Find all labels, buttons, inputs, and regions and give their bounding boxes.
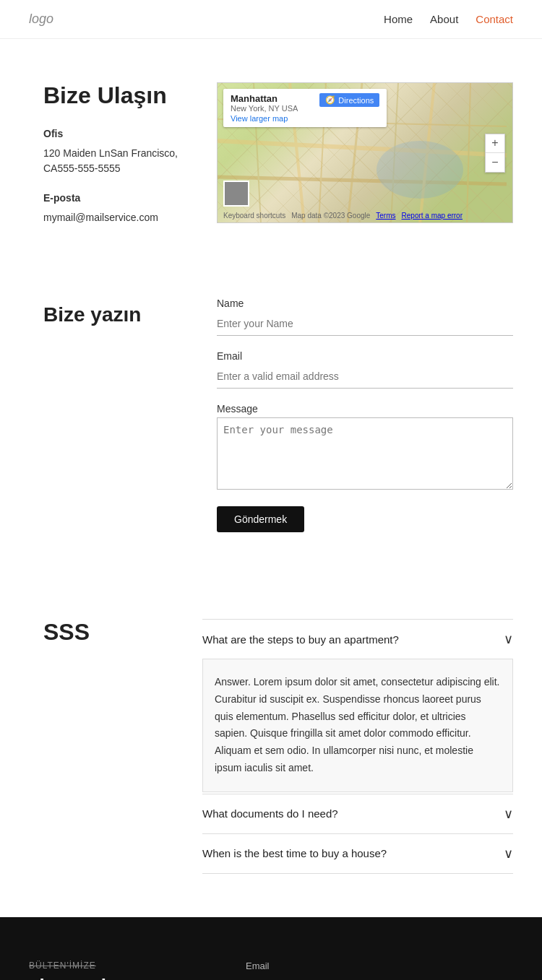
write-title: Bize yazın [43,298,188,532]
map-footer: Keyboard shortcuts Map data ©2023 Google… [218,212,512,220]
directions-label: Directions [338,96,374,105]
newsletter-text: BÜLTEN'İMİZE abone ol [29,961,188,980]
faq-section: SSS What are the steps to buy an apartme… [0,576,542,917]
nav-about[interactable]: About [430,13,458,25]
write-section: Bize yazın Name Email Message Göndermek [0,269,542,576]
svg-line-0 [218,141,507,155]
faq-chevron-3: ∨ [504,846,513,862]
faq-question-3-text: When is the best time to buy a house? [202,847,387,859]
newsletter-inner: BÜLTEN'İMİZE abone ol Email Göndermek [29,961,513,980]
map-report-link[interactable]: Report a map error [402,212,463,220]
submit-button[interactable]: Göndermek [217,506,304,532]
directions-icon: 🧭 [325,95,335,105]
map-state: New York, NY USA [231,104,298,113]
contact-info: Bize Ulaşın Ofis 120 Maiden LnSan Franci… [43,82,188,240]
newsletter-email-label: Email [246,961,513,971]
map-container: Manhattan New York, NY USA View larger m… [217,82,513,223]
nav-contact[interactable]: Contact [476,13,513,25]
office-address: 120 Maiden LnSan Francisco, CA555-555-55… [43,146,188,176]
main-nav: Home About Contact [384,13,513,25]
message-textarea[interactable] [217,417,513,490]
contact-form: Name Email Message Göndermek [217,298,513,532]
zoom-out-button[interactable]: − [486,153,504,172]
message-field-group: Message [217,403,513,492]
faq-question-2[interactable]: What documents do I need? ∨ [202,794,513,833]
zoom-in-button[interactable]: + [486,134,504,153]
email-label: E-posta [43,191,188,206]
name-label: Name [217,298,513,309]
email-input[interactable] [217,365,513,389]
contact-section: Bize Ulaşın Ofis 120 Maiden LnSan Franci… [0,39,542,269]
map-view-larger-link[interactable]: View larger map [231,114,298,123]
newsletter-title: abone ol [29,975,188,980]
faq-question-2-text: What documents do I need? [202,807,338,820]
faq-chevron-2: ∨ [504,806,513,822]
map-overlay: Manhattan New York, NY USA View larger m… [223,89,387,127]
contact-title: Bize Ulaşın [43,82,188,109]
map-thumbnail [223,181,249,207]
newsletter-form: Email Göndermek [246,961,513,980]
faq-question-1[interactable]: What are the steps to buy an apartment? … [202,620,513,659]
email-label: Email [217,350,513,362]
faq-answer-1: Answer. Lorem ipsum dolor sit amet, cons… [202,659,513,792]
keyboard-shortcuts-link: Keyboard shortcuts [223,212,285,220]
message-label: Message [217,403,513,415]
faq-list: What are the steps to buy an apartment? … [202,619,513,874]
map-city: Manhattan [231,93,298,104]
logo: logo [29,12,53,27]
map-zoom-controls: + − [485,134,505,173]
nav-home[interactable]: Home [384,13,413,25]
newsletter-sub-label: BÜLTEN'İMİZE [29,961,188,971]
newsletter-email-input[interactable] [246,976,513,980]
email-address: mymail@mailservice.com [43,210,188,225]
newsletter-section: BÜLTEN'İMİZE abone ol Email Göndermek [0,917,542,980]
map-data-label: Map data ©2023 Google [291,212,370,220]
faq-question-1-text: What are the steps to buy an apartment? [202,633,399,646]
faq-item-3: When is the best time to buy a house? ∨ [202,833,513,874]
map-terms-link[interactable]: Terms [376,212,395,220]
name-input[interactable] [217,312,513,336]
faq-item-1: What are the steps to buy an apartment? … [202,619,513,792]
svg-point-10 [377,141,463,199]
faq-chevron-1: ∨ [504,631,513,647]
office-label: Ofis [43,126,188,142]
name-field-group: Name [217,298,513,336]
faq-question-3[interactable]: When is the best time to buy a house? ∨ [202,834,513,873]
faq-title: SSS [43,619,173,874]
email-field-group: Email [217,350,513,389]
svg-line-3 [218,177,507,184]
faq-item-2: What documents do I need? ∨ [202,794,513,833]
